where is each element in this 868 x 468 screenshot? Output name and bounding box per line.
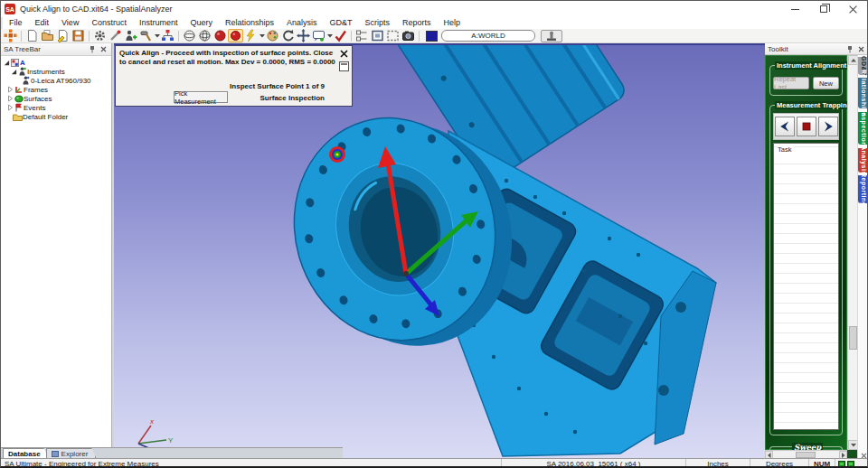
callout-dropdown[interactable] <box>326 29 333 42</box>
measure-point-button[interactable] <box>228 29 243 42</box>
toolkit-close-button[interactable] <box>856 44 866 54</box>
right-tab-strip: GD&T Relationships Inspection Analysis R… <box>857 55 868 458</box>
tab-explorer[interactable]: Explorer <box>46 448 97 458</box>
float-panel-button[interactable] <box>339 61 349 71</box>
scroll-thumb[interactable] <box>849 326 857 350</box>
color-palette-button[interactable] <box>265 29 280 42</box>
menu-file[interactable]: File <box>3 17 29 29</box>
expander-collapsed-icon[interactable] <box>6 86 14 93</box>
tab-relationships[interactable]: Relationships <box>858 78 868 108</box>
quick-tools-button[interactable] <box>243 29 259 42</box>
settings-button[interactable] <box>92 29 108 42</box>
menu-view[interactable]: View <box>55 17 85 29</box>
build-tools-button[interactable] <box>138 29 154 42</box>
tab-reporting[interactable]: Reporting <box>858 175 868 203</box>
rotate-view-button[interactable] <box>280 29 296 42</box>
sa-home-button[interactable] <box>3 29 18 42</box>
menu-query[interactable]: Query <box>184 17 219 29</box>
axis-x-label: x <box>149 417 155 426</box>
repeat-last-button[interactable]: Repeat Last <box>773 77 809 89</box>
task-list[interactable]: Task <box>773 143 839 430</box>
selection-box-button[interactable] <box>385 29 401 42</box>
menu-edit[interactable]: Edit <box>29 17 56 29</box>
restore-icon <box>820 5 827 13</box>
pin-button[interactable] <box>844 44 854 54</box>
tree-item-instruments[interactable]: Instruments <box>1 67 111 76</box>
toolkit-horizontal-scrollbar[interactable] <box>765 450 847 458</box>
verify-check-icon <box>334 29 347 42</box>
expander-collapsed-icon[interactable] <box>6 95 14 102</box>
zoom-box-button[interactable] <box>370 29 385 42</box>
tree-toggle-button[interactable] <box>354 29 370 42</box>
tab-inspection[interactable]: Inspection <box>858 112 868 145</box>
dialog-close-button[interactable] <box>339 49 349 59</box>
wire-globe-button[interactable] <box>197 29 212 42</box>
menu-scripts[interactable]: Scripts <box>359 17 397 29</box>
tab-analysis[interactable]: Analysis <box>858 148 868 173</box>
toolkit-title: Toolkit <box>768 45 788 53</box>
treebar-close-button[interactable] <box>99 44 108 54</box>
hierarchy-button[interactable] <box>160 29 175 42</box>
verify-check-button[interactable] <box>333 29 348 42</box>
import-file-button[interactable] <box>55 29 71 42</box>
tree-item-label: A <box>20 59 25 67</box>
expander-collapsed-icon[interactable] <box>6 104 14 111</box>
minimize-button[interactable] <box>780 1 809 17</box>
scroll-thumb[interactable] <box>796 452 816 458</box>
app-icon: SA <box>5 4 15 14</box>
pan-view-button[interactable] <box>296 29 311 42</box>
previous-measurement-button[interactable] <box>775 117 795 136</box>
callout-button[interactable] <box>311 29 326 42</box>
new-alignment-button[interactable]: New <box>813 77 839 89</box>
menu-construct[interactable]: Construct <box>85 17 133 29</box>
wire-sphere-button[interactable] <box>182 29 197 42</box>
tree-item-label: Instruments <box>27 68 65 76</box>
3d-viewport[interactable]: x Y Z Quick Align - Proceed with inspect… <box>114 43 765 458</box>
add-instrument-button[interactable] <box>123 29 138 42</box>
tab-database[interactable]: Database <box>3 448 49 458</box>
expander-expanded-icon[interactable] <box>3 60 10 66</box>
menu-help[interactable]: Help <box>438 17 467 29</box>
build-tools-dropdown[interactable] <box>154 29 160 42</box>
instruments-icon <box>17 67 27 76</box>
tree-item-surfaces[interactable]: Surfaces <box>1 94 111 103</box>
tree-item-events[interactable]: Events <box>1 103 111 112</box>
menu-relationships[interactable]: Relationships <box>219 17 280 29</box>
menu-gdt[interactable]: GD&T <box>324 17 359 29</box>
zoom-box-icon <box>371 29 384 42</box>
open-file-button[interactable] <box>40 29 55 42</box>
red-sphere-button[interactable] <box>212 29 228 42</box>
probe-tool-button[interactable] <box>108 29 123 42</box>
stamp-icon <box>545 31 558 42</box>
save-file-button[interactable] <box>71 29 86 42</box>
color-swatch[interactable] <box>426 31 438 42</box>
user-options-button[interactable] <box>541 30 562 42</box>
toolbar-separator <box>89 31 90 42</box>
close-button[interactable] <box>838 1 867 17</box>
expander-expanded-icon[interactable] <box>10 69 17 75</box>
arrow-up-icon <box>851 59 856 62</box>
tree-item-default-folder[interactable]: Default Folder <box>1 112 111 121</box>
tree-item-frames[interactable]: Frames <box>1 85 111 94</box>
add-instrument-icon <box>124 29 137 42</box>
cad-model: x Y Z <box>114 45 765 458</box>
restore-button[interactable] <box>809 1 838 17</box>
frame-selector[interactable]: A:WORLD <box>441 30 535 42</box>
menu-reports[interactable]: Reports <box>396 17 438 29</box>
menu-analysis[interactable]: Analysis <box>280 17 324 29</box>
snapshot-camera-button[interactable] <box>401 29 416 42</box>
quick-tools-dropdown[interactable] <box>259 29 265 42</box>
status-angle-units[interactable]: Degrees <box>750 459 808 468</box>
toolkit-vertical-scrollbar[interactable] <box>847 55 857 450</box>
stop-trapping-button[interactable] <box>797 117 816 136</box>
menu-instrument[interactable]: Instrument <box>133 17 184 29</box>
next-measurement-button[interactable] <box>818 117 838 136</box>
status-length-units[interactable]: Inches <box>685 459 750 468</box>
tree-item-leica[interactable]: 0-Leica AT960/930 <box>1 76 111 85</box>
pin-icon <box>89 45 96 53</box>
pin-button[interactable] <box>87 44 97 54</box>
quick-tools-icon <box>244 29 258 42</box>
pick-measurement-button[interactable]: Pick Measurement <box>174 91 228 103</box>
tree-item-a[interactable]: A <box>1 58 111 67</box>
new-file-button[interactable] <box>24 29 40 42</box>
